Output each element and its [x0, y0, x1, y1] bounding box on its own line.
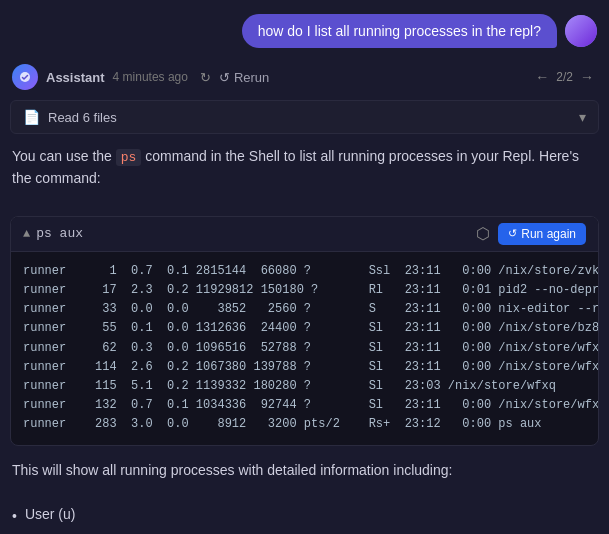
- code-block-header: ▲ ps aux ⬡ ↺ Run again: [11, 217, 598, 252]
- nav-prev-button[interactable]: ←: [532, 67, 552, 87]
- rerun-label: Rerun: [234, 70, 269, 85]
- nav-next-button[interactable]: →: [577, 67, 597, 87]
- code-block-wrapper: ▲ ps aux ⬡ ↺ Run again runner 1 0.7 0.1 …: [10, 216, 599, 446]
- file-icon: 📄: [23, 109, 40, 125]
- code-block-title: ▲ ps aux: [23, 226, 83, 241]
- assistant-icon: [12, 64, 38, 90]
- run-again-label: Run again: [521, 227, 576, 241]
- followup-text: This will show all running processes wit…: [12, 462, 452, 478]
- user-message-text: how do I list all running processes in t…: [258, 23, 541, 39]
- bullet-dot: •: [12, 505, 17, 529]
- user-message-row: how do I list all running processes in t…: [0, 0, 609, 58]
- followup-content: This will show all running processes wit…: [0, 456, 609, 500]
- main-content: You can use the ps command in the Shell …: [0, 142, 609, 208]
- bullet-list: •User (u)•All processes (a)•Processes wi…: [0, 499, 609, 534]
- ps-command-inline: ps: [116, 149, 142, 166]
- refresh-icon: ↻: [200, 70, 211, 85]
- code-row: runner 62 0.3 0.0 1096516 52788 ? Sl 23:…: [23, 339, 586, 358]
- code-row: runner 33 0.0 0.0 3852 2560 ? S 23:11 0:…: [23, 300, 586, 319]
- intro-text: You can use the: [12, 148, 116, 164]
- read-files-label: Read 6 files: [48, 110, 117, 125]
- code-body: runner 1 0.7 0.1 2815144 66080 ? Ssl 23:…: [11, 252, 598, 445]
- run-again-button[interactable]: ↺ Run again: [498, 223, 586, 245]
- user-avatar-image: [565, 15, 597, 47]
- code-row: runner 132 0.7 0.1 1034336 92744 ? Sl 23…: [23, 396, 586, 415]
- code-row: runner 1 0.7 0.1 2815144 66080 ? Ssl 23:…: [23, 262, 586, 281]
- code-row: runner 55 0.1 0.0 1312636 24400 ? Sl 23:…: [23, 319, 586, 338]
- assistant-label: Assistant: [46, 70, 105, 85]
- code-row: runner 115 5.1 0.2 1139332 180280 ? Sl 2…: [23, 377, 586, 396]
- run-again-icon: ↺: [508, 227, 517, 240]
- collapse-icon[interactable]: ▲: [23, 227, 30, 241]
- intro-paragraph: You can use the ps command in the Shell …: [12, 146, 597, 190]
- code-block-label: ps aux: [36, 226, 83, 241]
- rerun-icon: ↺: [219, 70, 230, 85]
- read-files-row[interactable]: 📄 Read 6 files ▾: [10, 100, 599, 134]
- code-row: runner 17 2.3 0.2 11929812 150180 ? Rl 2…: [23, 281, 586, 300]
- nav-count: 2/2: [556, 70, 573, 84]
- user-bubble: how do I list all running processes in t…: [242, 14, 557, 48]
- code-row: runner 114 2.6 0.2 1067380 139788 ? Sl 2…: [23, 358, 586, 377]
- nav-arrows: ← 2/2 →: [532, 67, 597, 87]
- code-block-actions: ⬡ ↺ Run again: [476, 223, 586, 245]
- assistant-header: Assistant 4 minutes ago ↻ ↺ Rerun ← 2/2 …: [0, 58, 609, 96]
- code-row: runner 283 3.0 0.0 8912 3200 pts/2 Rs+ 2…: [23, 415, 586, 434]
- bullet-text: User (u): [25, 503, 76, 527]
- chevron-down-icon: ▾: [579, 109, 586, 125]
- user-avatar: [565, 15, 597, 47]
- followup-paragraph: This will show all running processes wit…: [12, 460, 597, 482]
- assistant-time: 4 minutes ago: [113, 70, 188, 84]
- read-files-left: 📄 Read 6 files: [23, 109, 117, 125]
- bullet-item: •User (u): [12, 503, 597, 529]
- rerun-button[interactable]: ↺ Rerun: [219, 70, 269, 85]
- shell-icon: ⬡: [476, 224, 490, 243]
